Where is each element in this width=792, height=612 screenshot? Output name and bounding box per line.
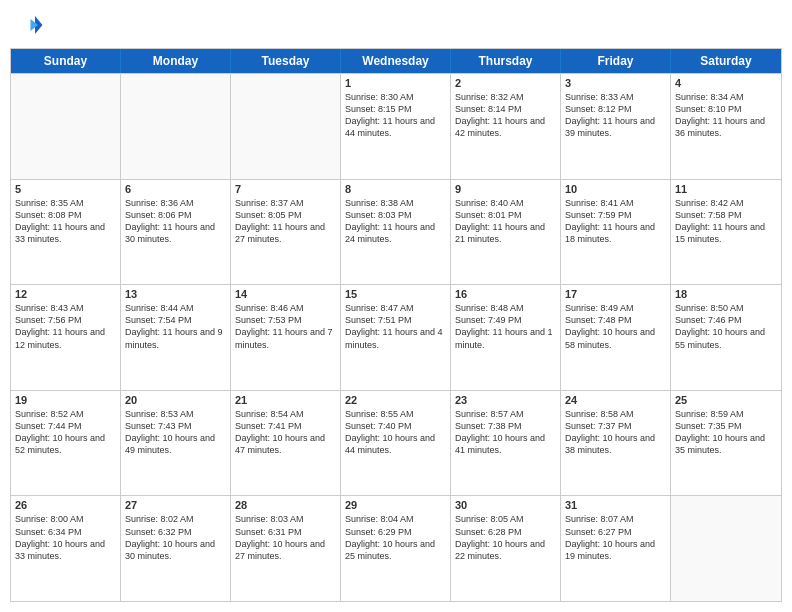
cell-info: Sunrise: 8:00 AMSunset: 6:34 PMDaylight:… — [15, 513, 116, 562]
day-number: 15 — [345, 288, 446, 300]
cell-info: Sunrise: 8:35 AMSunset: 8:08 PMDaylight:… — [15, 197, 116, 246]
day-number: 29 — [345, 499, 446, 511]
calendar-header: SundayMondayTuesdayWednesdayThursdayFrid… — [11, 49, 781, 73]
cell-info: Sunrise: 8:43 AMSunset: 7:56 PMDaylight:… — [15, 302, 116, 351]
day-cell-3: 3Sunrise: 8:33 AMSunset: 8:12 PMDaylight… — [561, 74, 671, 179]
header-day-wednesday: Wednesday — [341, 49, 451, 73]
cell-info: Sunrise: 8:48 AMSunset: 7:49 PMDaylight:… — [455, 302, 556, 351]
day-number: 30 — [455, 499, 556, 511]
cell-info: Sunrise: 8:38 AMSunset: 8:03 PMDaylight:… — [345, 197, 446, 246]
cell-info: Sunrise: 8:49 AMSunset: 7:48 PMDaylight:… — [565, 302, 666, 351]
cell-info: Sunrise: 8:40 AMSunset: 8:01 PMDaylight:… — [455, 197, 556, 246]
page: SundayMondayTuesdayWednesdayThursdayFrid… — [0, 0, 792, 612]
day-cell-24: 24Sunrise: 8:58 AMSunset: 7:37 PMDayligh… — [561, 391, 671, 496]
day-number: 2 — [455, 77, 556, 89]
cell-info: Sunrise: 8:53 AMSunset: 7:43 PMDaylight:… — [125, 408, 226, 457]
cell-info: Sunrise: 8:59 AMSunset: 7:35 PMDaylight:… — [675, 408, 777, 457]
empty-cell — [121, 74, 231, 179]
cell-info: Sunrise: 8:52 AMSunset: 7:44 PMDaylight:… — [15, 408, 116, 457]
day-cell-15: 15Sunrise: 8:47 AMSunset: 7:51 PMDayligh… — [341, 285, 451, 390]
cell-info: Sunrise: 8:37 AMSunset: 8:05 PMDaylight:… — [235, 197, 336, 246]
day-cell-7: 7Sunrise: 8:37 AMSunset: 8:05 PMDaylight… — [231, 180, 341, 285]
header-day-saturday: Saturday — [671, 49, 781, 73]
day-cell-6: 6Sunrise: 8:36 AMSunset: 8:06 PMDaylight… — [121, 180, 231, 285]
day-cell-13: 13Sunrise: 8:44 AMSunset: 7:54 PMDayligh… — [121, 285, 231, 390]
empty-cell — [11, 74, 121, 179]
day-cell-25: 25Sunrise: 8:59 AMSunset: 7:35 PMDayligh… — [671, 391, 781, 496]
day-cell-31: 31Sunrise: 8:07 AMSunset: 6:27 PMDayligh… — [561, 496, 671, 601]
day-number: 22 — [345, 394, 446, 406]
cell-info: Sunrise: 8:05 AMSunset: 6:28 PMDaylight:… — [455, 513, 556, 562]
day-number: 13 — [125, 288, 226, 300]
day-number: 27 — [125, 499, 226, 511]
day-number: 10 — [565, 183, 666, 195]
day-cell-28: 28Sunrise: 8:03 AMSunset: 6:31 PMDayligh… — [231, 496, 341, 601]
day-cell-21: 21Sunrise: 8:54 AMSunset: 7:41 PMDayligh… — [231, 391, 341, 496]
cell-info: Sunrise: 8:42 AMSunset: 7:58 PMDaylight:… — [675, 197, 777, 246]
day-cell-30: 30Sunrise: 8:05 AMSunset: 6:28 PMDayligh… — [451, 496, 561, 601]
day-number: 11 — [675, 183, 777, 195]
header-day-monday: Monday — [121, 49, 231, 73]
day-number: 31 — [565, 499, 666, 511]
cell-info: Sunrise: 8:41 AMSunset: 7:59 PMDaylight:… — [565, 197, 666, 246]
cell-info: Sunrise: 8:07 AMSunset: 6:27 PMDaylight:… — [565, 513, 666, 562]
calendar-row-3: 19Sunrise: 8:52 AMSunset: 7:44 PMDayligh… — [11, 390, 781, 496]
cell-info: Sunrise: 8:44 AMSunset: 7:54 PMDaylight:… — [125, 302, 226, 351]
day-number: 19 — [15, 394, 116, 406]
empty-cell — [231, 74, 341, 179]
day-cell-12: 12Sunrise: 8:43 AMSunset: 7:56 PMDayligh… — [11, 285, 121, 390]
cell-info: Sunrise: 8:04 AMSunset: 6:29 PMDaylight:… — [345, 513, 446, 562]
day-number: 28 — [235, 499, 336, 511]
cell-info: Sunrise: 8:47 AMSunset: 7:51 PMDaylight:… — [345, 302, 446, 351]
day-cell-14: 14Sunrise: 8:46 AMSunset: 7:53 PMDayligh… — [231, 285, 341, 390]
cell-info: Sunrise: 8:57 AMSunset: 7:38 PMDaylight:… — [455, 408, 556, 457]
cell-info: Sunrise: 8:34 AMSunset: 8:10 PMDaylight:… — [675, 91, 777, 140]
day-number: 8 — [345, 183, 446, 195]
logo-icon — [14, 10, 44, 40]
day-number: 20 — [125, 394, 226, 406]
day-cell-26: 26Sunrise: 8:00 AMSunset: 6:34 PMDayligh… — [11, 496, 121, 601]
day-number: 6 — [125, 183, 226, 195]
header — [10, 10, 782, 40]
day-number: 18 — [675, 288, 777, 300]
day-number: 12 — [15, 288, 116, 300]
day-cell-11: 11Sunrise: 8:42 AMSunset: 7:58 PMDayligh… — [671, 180, 781, 285]
calendar-row-4: 26Sunrise: 8:00 AMSunset: 6:34 PMDayligh… — [11, 495, 781, 601]
header-day-tuesday: Tuesday — [231, 49, 341, 73]
day-cell-10: 10Sunrise: 8:41 AMSunset: 7:59 PMDayligh… — [561, 180, 671, 285]
day-number: 26 — [15, 499, 116, 511]
day-number: 14 — [235, 288, 336, 300]
day-cell-22: 22Sunrise: 8:55 AMSunset: 7:40 PMDayligh… — [341, 391, 451, 496]
header-day-friday: Friday — [561, 49, 671, 73]
calendar-row-0: 1Sunrise: 8:30 AMSunset: 8:15 PMDaylight… — [11, 73, 781, 179]
cell-info: Sunrise: 8:55 AMSunset: 7:40 PMDaylight:… — [345, 408, 446, 457]
cell-info: Sunrise: 8:58 AMSunset: 7:37 PMDaylight:… — [565, 408, 666, 457]
cell-info: Sunrise: 8:30 AMSunset: 8:15 PMDaylight:… — [345, 91, 446, 140]
day-cell-23: 23Sunrise: 8:57 AMSunset: 7:38 PMDayligh… — [451, 391, 561, 496]
day-cell-19: 19Sunrise: 8:52 AMSunset: 7:44 PMDayligh… — [11, 391, 121, 496]
day-cell-8: 8Sunrise: 8:38 AMSunset: 8:03 PMDaylight… — [341, 180, 451, 285]
calendar: SundayMondayTuesdayWednesdayThursdayFrid… — [10, 48, 782, 602]
cell-info: Sunrise: 8:46 AMSunset: 7:53 PMDaylight:… — [235, 302, 336, 351]
cell-info: Sunrise: 8:54 AMSunset: 7:41 PMDaylight:… — [235, 408, 336, 457]
empty-cell — [671, 496, 781, 601]
day-cell-4: 4Sunrise: 8:34 AMSunset: 8:10 PMDaylight… — [671, 74, 781, 179]
day-number: 21 — [235, 394, 336, 406]
day-cell-27: 27Sunrise: 8:02 AMSunset: 6:32 PMDayligh… — [121, 496, 231, 601]
cell-info: Sunrise: 8:36 AMSunset: 8:06 PMDaylight:… — [125, 197, 226, 246]
cell-info: Sunrise: 8:50 AMSunset: 7:46 PMDaylight:… — [675, 302, 777, 351]
day-number: 7 — [235, 183, 336, 195]
day-cell-17: 17Sunrise: 8:49 AMSunset: 7:48 PMDayligh… — [561, 285, 671, 390]
day-number: 24 — [565, 394, 666, 406]
day-number: 23 — [455, 394, 556, 406]
cell-info: Sunrise: 8:33 AMSunset: 8:12 PMDaylight:… — [565, 91, 666, 140]
cell-info: Sunrise: 8:02 AMSunset: 6:32 PMDaylight:… — [125, 513, 226, 562]
day-number: 5 — [15, 183, 116, 195]
day-cell-20: 20Sunrise: 8:53 AMSunset: 7:43 PMDayligh… — [121, 391, 231, 496]
header-day-thursday: Thursday — [451, 49, 561, 73]
day-number: 16 — [455, 288, 556, 300]
day-cell-1: 1Sunrise: 8:30 AMSunset: 8:15 PMDaylight… — [341, 74, 451, 179]
day-number: 25 — [675, 394, 777, 406]
day-number: 4 — [675, 77, 777, 89]
day-number: 3 — [565, 77, 666, 89]
